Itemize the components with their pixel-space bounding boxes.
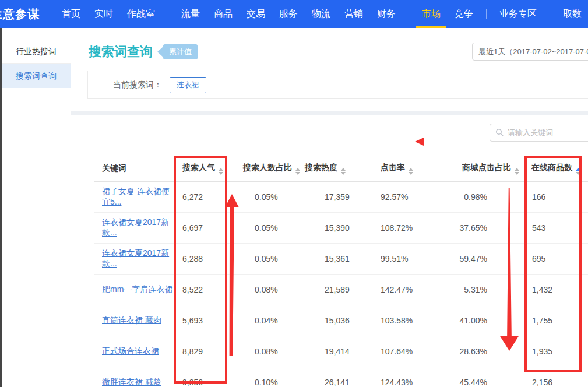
sidebar-item-行业热搜词[interactable]: 行业热搜词 xyxy=(0,39,71,64)
value-cell: 41.00% xyxy=(449,305,522,336)
column-label: 在线商品数 xyxy=(531,163,572,172)
sort-asc-icon[interactable] xyxy=(295,168,300,171)
sort-desc-icon[interactable] xyxy=(576,172,580,175)
value-cell: 103.58% xyxy=(381,305,449,336)
column-header-在线商品数[interactable]: 在线商品数 xyxy=(522,156,588,181)
keyword-cell: 微胖连衣裙 减龄 xyxy=(94,367,173,387)
nav-item-竞争[interactable]: 竞争 xyxy=(448,0,480,28)
keyword-cell: 裙子女夏 连衣裙便宜5... xyxy=(94,181,173,212)
value-cell: 6,272 xyxy=(173,181,242,212)
page-body: 行业热搜词搜索词查询 搜索词查询 累计值 最近1天（2017-07-02~201… xyxy=(0,28,588,387)
column-label: 搜索热度 xyxy=(305,163,337,172)
sort-carets-icon[interactable] xyxy=(341,168,346,175)
value-cell: 19,414 xyxy=(304,336,381,367)
nav-item-物流[interactable]: 物流 xyxy=(305,0,337,28)
column-header-点击率[interactable]: 点击率 xyxy=(381,156,449,181)
column-label: 关键词 xyxy=(102,163,126,173)
value-cell: 28.63% xyxy=(449,336,522,367)
sort-asc-icon[interactable] xyxy=(219,168,223,171)
nav-item-营销[interactable]: 营销 xyxy=(337,0,370,28)
current-search-panel: 当前搜索词： 连衣裙 xyxy=(87,71,588,99)
page-title: 搜索词查询 xyxy=(89,43,153,61)
sort-desc-icon[interactable] xyxy=(341,172,346,175)
sort-carets-icon[interactable] xyxy=(576,168,580,175)
value-cell: 0.98% xyxy=(449,181,522,212)
sort-asc-icon[interactable] xyxy=(409,168,413,171)
nav-item-取数[interactable]: 取数 xyxy=(556,0,588,28)
column-label: 搜索人数占比 xyxy=(243,163,292,172)
header-card: 搜索词查询 累计值 最近1天（2017-07-02~2017-07-02 当前搜… xyxy=(71,28,588,111)
value-cell: 108.72% xyxy=(381,212,449,243)
sort-desc-icon[interactable] xyxy=(295,172,300,175)
table-header-row: 关键词搜索人气搜索人数占比搜索热度点击率商城点击占比在线商品数 xyxy=(94,156,588,181)
sort-carets-icon[interactable] xyxy=(409,168,413,175)
keyword-link[interactable]: 连衣裙女夏2017新款... xyxy=(102,217,169,237)
column-header-搜索热度[interactable]: 搜索热度 xyxy=(304,156,381,181)
sort-carets-icon[interactable] xyxy=(295,168,300,175)
title-row: 搜索词查询 累计值 最近1天（2017-07-02~2017-07-02 xyxy=(89,28,588,61)
column-label: 商城点击占比 xyxy=(462,163,511,172)
nav-item-商品[interactable]: 商品 xyxy=(207,0,240,28)
sort-carets-icon[interactable] xyxy=(515,168,519,175)
table-row: 肥mm一字肩连衣裙8,5220.08%21,589142.47%5.31%1,4… xyxy=(94,274,588,305)
keyword-link[interactable]: 正式场合连衣裙 xyxy=(102,346,159,356)
keyword-link[interactable]: 裙子女夏 连衣裙便宜5... xyxy=(102,187,170,206)
nav-separator xyxy=(168,9,168,19)
value-cell: 8,829 xyxy=(173,336,242,367)
value-cell: 0.04% xyxy=(242,305,304,336)
value-cell: 9,856 xyxy=(173,367,242,387)
keyword-cell: 直筒连衣裙 藏肉 xyxy=(94,305,173,336)
column-header-关键词: 关键词 xyxy=(94,156,173,181)
nav-item-实时[interactable]: 实时 xyxy=(87,0,120,28)
sort-desc-icon[interactable] xyxy=(515,172,519,175)
value-cell: 0.08% xyxy=(242,274,304,305)
nav-item-财务[interactable]: 财务 xyxy=(370,0,403,28)
cumulative-badge: 累计值 xyxy=(157,44,198,59)
sort-asc-icon[interactable] xyxy=(515,168,519,171)
column-header-商城点击占比[interactable]: 商城点击占比 xyxy=(449,156,522,181)
sidebar-item-搜索词查询[interactable]: 搜索词查询 xyxy=(0,64,71,88)
column-header-搜索人气[interactable]: 搜索人气 xyxy=(173,156,242,181)
nav-item-服务[interactable]: 服务 xyxy=(272,0,305,28)
main-content: 搜索词查询 累计值 最近1天（2017-07-02~2017-07-02 当前搜… xyxy=(71,28,588,387)
table-row: 裙子女夏 连衣裙便宜5...6,2720.05%17,35992.57%0.98… xyxy=(94,181,588,212)
sort-asc-icon[interactable] xyxy=(576,168,580,171)
nav-menu: 首页实时作战室流量商品交易服务物流营销财务市场竞争业务专区取数 xyxy=(55,0,588,28)
column-label: 搜索人气 xyxy=(182,163,215,172)
nav-item-作战室[interactable]: 作战室 xyxy=(120,0,162,28)
nav-item-交易[interactable]: 交易 xyxy=(240,0,272,28)
value-cell: 59.47% xyxy=(449,243,522,274)
sort-desc-icon[interactable] xyxy=(219,172,223,175)
value-cell: 166 xyxy=(522,181,588,212)
section-divider xyxy=(71,111,588,115)
nav-item-流量[interactable]: 流量 xyxy=(174,0,207,28)
value-cell: 0.10% xyxy=(242,367,304,387)
value-cell: 5.31% xyxy=(449,274,522,305)
table-row: 连衣裙女夏2017新款...6,2880.05%15,36199.51%59.4… xyxy=(94,243,588,274)
value-cell: 1,432 xyxy=(522,274,588,305)
nav-item-业务专区[interactable]: 业务专区 xyxy=(492,0,544,28)
date-range-picker[interactable]: 最近1天（2017-07-02~2017-07-02 xyxy=(472,43,588,61)
sort-carets-icon[interactable] xyxy=(219,168,223,175)
keyword-search-box[interactable] xyxy=(490,124,588,142)
keyword-cell: 正式场合连衣裙 xyxy=(94,336,173,367)
nav-separator xyxy=(550,9,550,19)
keyword-search-input[interactable] xyxy=(508,128,588,137)
value-cell: 107.64% xyxy=(381,336,449,367)
sort-desc-icon[interactable] xyxy=(409,172,413,175)
keyword-link[interactable]: 肥mm一字肩连衣裙 xyxy=(102,284,172,294)
badge-arrow-icon xyxy=(157,47,163,57)
keyword-link[interactable]: 连衣裙女夏2017新款... xyxy=(102,248,169,268)
column-header-搜索人数占比[interactable]: 搜索人数占比 xyxy=(242,156,304,181)
sort-asc-icon[interactable] xyxy=(341,168,346,171)
keyword-link[interactable]: 直筒连衣裙 藏肉 xyxy=(102,315,161,325)
nav-item-市场[interactable]: 市场 xyxy=(415,0,448,28)
table-card: 关键词搜索人气搜索人数占比搜索热度点击率商城点击占比在线商品数 裙子女夏 连衣裙… xyxy=(71,115,588,387)
keyword-link[interactable]: 微胖连衣裙 减龄 xyxy=(102,377,161,386)
value-cell: 92.57% xyxy=(381,181,449,212)
brand-logo: 生意参谋 xyxy=(0,6,40,22)
nav-item-首页[interactable]: 首页 xyxy=(55,0,87,28)
current-keyword-tag[interactable]: 连衣裙 xyxy=(170,77,206,93)
value-cell: 0.05% xyxy=(242,212,304,243)
value-cell: 0.05% xyxy=(242,181,304,212)
